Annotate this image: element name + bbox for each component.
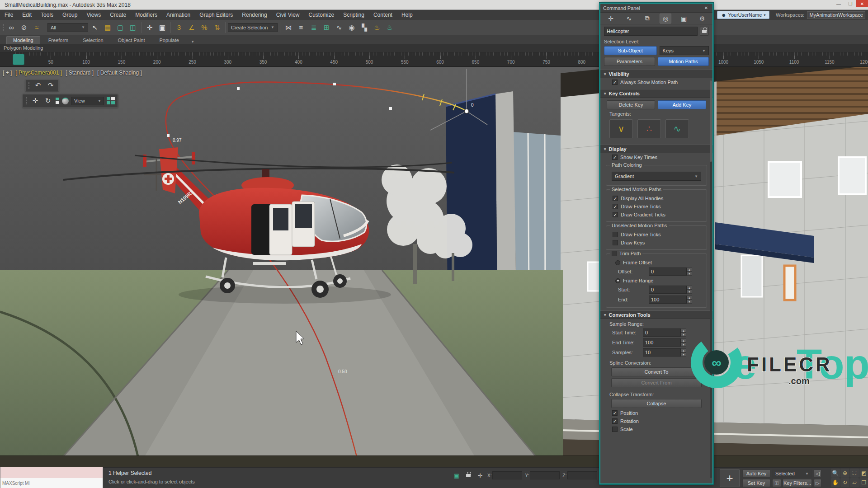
orbit-icon[interactable]: ↻: [840, 478, 849, 487]
draw-gradient-ticks-checkbox[interactable]: ✓Draw Gradient Ticks: [609, 211, 704, 219]
walk-through-icon[interactable]: ▱: [850, 478, 859, 487]
samples-spinner[interactable]: 10 ▲▼: [643, 348, 686, 357]
menu-item-tools[interactable]: Tools: [36, 10, 58, 20]
select-by-name-icon[interactable]: ▤: [102, 22, 113, 33]
isolate-selection-toggle-icon[interactable]: ▣: [452, 471, 461, 480]
rotation-checkbox[interactable]: ✓Rotation: [600, 417, 712, 425]
modify-tab-icon[interactable]: ∿: [623, 14, 635, 23]
layer-explorer-icon[interactable]: ≣: [308, 22, 320, 33]
display-rollout-header[interactable]: ▾Display: [600, 145, 712, 153]
maxscript-listener-field[interactable]: MAXScript Mi: [0, 478, 103, 488]
viewport-renderer-menu[interactable]: [ Standard ]: [66, 70, 94, 76]
select-and-link-icon[interactable]: ∞: [5, 22, 17, 33]
frame-range-radio[interactable]: Frame Range: [609, 277, 704, 285]
user-account-button[interactable]: ☻ YourUserName ▾: [717, 11, 769, 19]
unselected-draw-frame-ticks-checkbox[interactable]: ✓Draw Frame Ticks: [609, 230, 704, 239]
close-button[interactable]: ✕: [856, 0, 868, 7]
x-coordinate-field[interactable]: X:: [487, 471, 522, 479]
menu-item-views[interactable]: Views: [82, 10, 105, 20]
close-icon[interactable]: ✕: [703, 5, 710, 10]
bind-to-space-warp-icon[interactable]: ≈: [31, 22, 42, 33]
collapse-button[interactable]: Collapse: [611, 399, 702, 408]
workspace-dropdown[interactable]: MyAnimationWorkspace: [807, 11, 865, 19]
field-of-view-icon[interactable]: ◩: [859, 469, 868, 478]
selection-lock-toggle-icon[interactable]: [464, 471, 473, 480]
maxscript-macro-recorder[interactable]: [0, 467, 103, 478]
next-key-button[interactable]: ▷: [814, 479, 821, 487]
menu-item-group[interactable]: Group: [58, 10, 82, 20]
ribbon-tab-freeform[interactable]: Freeform: [42, 37, 75, 44]
material-editor-icon[interactable]: ▚: [359, 22, 370, 33]
zoom-all-icon[interactable]: ⊕: [840, 469, 849, 478]
menu-item-rendering[interactable]: Rendering: [237, 10, 271, 20]
menu-item-content[interactable]: Content: [369, 10, 397, 20]
command-panel-window[interactable]: Command Panel ✕ ✛∿⧉◎▣⚙ Helicopter Select…: [599, 3, 713, 484]
viewport-shading-menu[interactable]: [ Default Shading ]: [97, 70, 142, 76]
end-spinner[interactable]: 100 ▲▼: [649, 296, 692, 304]
tangent-auto-icon[interactable]: ∨: [609, 119, 633, 138]
visibility-rollout-header[interactable]: ▾Visibility: [600, 70, 712, 78]
maximize-button[interactable]: ❐: [844, 0, 856, 7]
previous-key-button[interactable]: ◁: [814, 469, 821, 478]
frame-offset-radio[interactable]: Frame Offset: [609, 258, 704, 267]
add-key-button[interactable]: Add Key: [658, 100, 706, 109]
ribbon-tab-modeling[interactable]: Modeling: [6, 36, 40, 44]
curve-editor-icon[interactable]: ∿: [333, 22, 345, 33]
redo-icon[interactable]: ↷: [46, 81, 56, 89]
pan-icon[interactable]: ✋: [831, 478, 840, 487]
draw-frame-ticks-checkbox[interactable]: ✓Draw Frame Ticks: [609, 202, 704, 211]
path-coloring-dropdown[interactable]: Gradient▼: [612, 172, 701, 181]
spinner-snap-toggle-icon[interactable]: ⇅: [211, 22, 223, 33]
timeline-ruler[interactable]: 0501001502002503003504004505005506006507…: [0, 52, 868, 67]
start-time-spinner[interactable]: 0 ▲▼: [643, 328, 686, 337]
viewport-general-menu[interactable]: [ + ]: [3, 70, 12, 76]
ribbon-tab-object-paint[interactable]: Object Paint: [112, 37, 151, 44]
schematic-view-icon[interactable]: ◉: [346, 22, 358, 33]
unlink-selection-icon[interactable]: ⊘: [18, 22, 30, 33]
key-controls-rollout-header[interactable]: ▾Key Controls: [600, 89, 712, 98]
viewport-label[interactable]: [ + ] [ PhysCamera001 ] [ Standard ] [ D…: [3, 70, 142, 76]
snaps-toggle-icon[interactable]: 3: [173, 22, 185, 33]
lock-selection-icon[interactable]: [700, 27, 709, 36]
snap-mini-icons[interactable]: [56, 98, 59, 104]
menu-item-animation[interactable]: Animation: [162, 10, 195, 20]
menu-item-file[interactable]: File: [0, 10, 18, 20]
undo-icon[interactable]: ↶: [33, 81, 43, 89]
tangent-spline-icon[interactable]: ∿: [665, 119, 689, 138]
convert-to-button[interactable]: Convert To: [611, 367, 702, 376]
key-filters-button[interactable]: Key Filters...: [783, 479, 812, 487]
object-name-field[interactable]: Helicopter: [604, 27, 698, 36]
render-production-icon[interactable]: ♨: [384, 22, 396, 33]
reference-coordinate-dropdown[interactable]: View▼: [71, 97, 104, 105]
render-setup-icon[interactable]: ♨: [371, 22, 383, 33]
rotate-tool-icon[interactable]: ↻: [43, 97, 53, 105]
walkthrough-icon[interactable]: [107, 97, 115, 104]
set-key-button[interactable]: Set Key: [742, 479, 770, 487]
menu-item-modifiers[interactable]: Modifiers: [131, 10, 162, 20]
track-bar[interactable]: [0, 455, 868, 467]
position-checkbox[interactable]: ✓Position: [600, 409, 712, 417]
menu-item-customize[interactable]: Customize: [304, 10, 339, 20]
menu-item-create[interactable]: Create: [105, 10, 131, 20]
named-selection-set-field[interactable]: Create Selection Se▼: [228, 23, 278, 32]
start-spinner[interactable]: 0 ▲▼: [649, 286, 692, 294]
display-tab-icon[interactable]: ▣: [678, 14, 690, 23]
rectangular-selection-region-icon[interactable]: ▢: [114, 22, 126, 33]
menu-item-civil-view[interactable]: Civil View: [272, 10, 304, 20]
z-coordinate-field[interactable]: Z:: [562, 471, 597, 479]
motion-path-sphere-icon[interactable]: [62, 98, 69, 104]
trim-path-checkbox[interactable]: ✓Trim Path: [610, 251, 642, 256]
maxscript-mini-listener[interactable]: MAXScript Mi: [0, 467, 103, 488]
maximize-viewport-toggle-icon[interactable]: ❐: [859, 478, 868, 487]
zoom-icon[interactable]: 🔍: [831, 469, 840, 478]
set-keys-icon[interactable]: ⚿: [772, 479, 781, 487]
minimize-button[interactable]: —: [833, 0, 844, 7]
convert-from-button[interactable]: Convert From: [611, 378, 702, 387]
menu-item-graph-editors[interactable]: Graph Editors: [195, 10, 237, 20]
motion-tab-icon[interactable]: ◎: [660, 14, 671, 23]
command-panel-scrollbar[interactable]: [710, 80, 712, 478]
auto-key-button[interactable]: Auto Key: [742, 469, 770, 478]
utilities-tab-icon[interactable]: ⚙: [696, 14, 708, 23]
percent-snap-toggle-icon[interactable]: %: [198, 22, 210, 33]
menu-item-scripting[interactable]: Scripting: [339, 10, 369, 20]
